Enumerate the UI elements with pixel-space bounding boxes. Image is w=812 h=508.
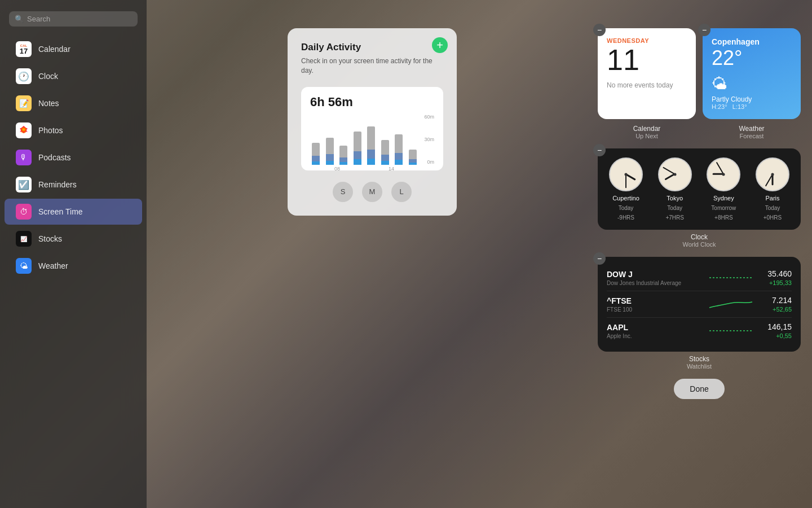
screentime-app-icon: ⏱ (16, 204, 32, 220)
photos-app-icon (16, 122, 32, 138)
remove-stocks-button[interactable]: − (593, 252, 606, 265)
sidebar-item-calendar[interactable]: Cal 17 Calendar (5, 36, 142, 62)
stocks-widget-sub: Watchlist (598, 363, 801, 370)
stock-name: Dow Jones Industrial Average (607, 280, 708, 286)
city-name: Tokyo (667, 195, 683, 202)
sidebar: 🔍 Cal 17 Calendar 🕐 Clock 📝 Notes (0, 0, 147, 508)
stock-change: +195,33 (758, 279, 792, 286)
chart-bar (338, 120, 350, 165)
clock-city: CupertinoToday-9HRS (609, 157, 643, 221)
screentime-widget: 6h 56m 60m 30m 0m 08 14 (301, 87, 443, 170)
clock-city: ParisToday+0HRS (756, 157, 789, 221)
done-button-area: Done (598, 379, 801, 399)
chart-bar (352, 120, 364, 165)
city-offset: +0HRS (764, 214, 782, 221)
city-day: Tomorrow (711, 205, 736, 211)
stock-change: +52,65 (758, 306, 792, 313)
sidebar-item-label: Clock (38, 72, 58, 81)
clock-label-area: Clock World Clock (598, 233, 801, 248)
sidebar-item-podcasts[interactable]: 🎙 Podcasts (5, 144, 142, 170)
size-large-button[interactable]: L (391, 182, 412, 202)
city-offset: -9HRS (617, 214, 634, 221)
stock-price: 146,15 (758, 322, 792, 331)
sidebar-item-reminders[interactable]: ☑️ Reminders (5, 172, 142, 198)
sidebar-item-photos[interactable]: Photos (5, 117, 142, 143)
search-icon: 🔍 (15, 15, 24, 23)
weather-temp: 22° (712, 46, 792, 70)
sidebar-item-label: Photos (38, 126, 63, 135)
calendar-app-icon: Cal 17 (16, 41, 32, 57)
sidebar-item-label: Stocks (38, 234, 62, 243)
clock-city: TokyoToday+7HRS (658, 157, 692, 221)
y-label-60: 60m (424, 114, 434, 120)
city-name: Paris (765, 195, 779, 202)
calendar-weather-row: − WEDNESDAY 11 No more events today Cale… (598, 28, 801, 139)
stock-ticker: DOW J (607, 270, 708, 279)
sidebar-item-label: Podcasts (38, 153, 71, 162)
clock-widget-name: Clock (598, 233, 801, 241)
analog-clock-face (707, 157, 740, 191)
stock-name: Apple Inc. (607, 333, 708, 339)
city-day: Today (667, 205, 682, 211)
x-label-08: 08 (334, 166, 340, 172)
weather-city: Copenhagen (712, 37, 792, 46)
stock-chart (708, 324, 753, 338)
stocks-widget: DOW JDow Jones Industrial Average35.460+… (598, 257, 801, 352)
main-area: Daily Activity Check in on your screen t… (158, 0, 586, 508)
calendar-no-events: No more events today (607, 81, 687, 89)
chart-x-labels: 08 14 (310, 166, 434, 172)
calendar-widget: WEDNESDAY 11 No more events today (598, 28, 696, 119)
card-title: Daily Activity (301, 42, 443, 53)
add-widget-button[interactable]: + (432, 37, 448, 53)
sidebar-item-notes[interactable]: 📝 Notes (5, 90, 142, 116)
size-medium-button[interactable]: M (362, 182, 382, 202)
stock-change: +0,55 (758, 332, 792, 339)
remove-calendar-button[interactable]: − (593, 24, 606, 36)
chart-bar (365, 120, 377, 165)
stock-price: 7.214 (758, 296, 792, 305)
city-name: Cupertino (612, 195, 639, 202)
search-box[interactable]: 🔍 (9, 11, 138, 27)
sidebar-item-weather[interactable]: 🌤 Weather (5, 253, 142, 279)
sidebar-item-label: Screen Time (38, 207, 83, 216)
stock-price: 35.460 (758, 269, 792, 278)
clock-widget: CupertinoToday-9HRSTokyoToday+7HRSSydney… (598, 148, 801, 230)
right-panel: − WEDNESDAY 11 No more events today Cale… (598, 28, 801, 399)
chart-bar (324, 120, 336, 165)
size-small-button[interactable]: S (333, 182, 353, 202)
reminders-app-icon: ☑️ (16, 177, 32, 192)
sidebar-item-screentime[interactable]: ⏱ Screen Time (5, 199, 142, 225)
stocks-app-icon: 📈 (16, 231, 32, 247)
sidebar-item-label: Calendar (38, 45, 70, 54)
city-offset: +8HRS (714, 214, 733, 221)
notes-app-icon: 📝 (16, 95, 32, 111)
remove-weather-button[interactable]: − (698, 24, 710, 36)
city-offset: +7HRS (665, 214, 684, 221)
analog-clock-face (609, 157, 643, 191)
stock-ticker: ^FTSE (607, 296, 708, 305)
clock-cities: CupertinoToday-9HRSTokyoToday+7HRSSydney… (609, 157, 789, 221)
calendar-widget-sub: Up Next (598, 133, 696, 139)
search-input[interactable] (27, 15, 132, 23)
chart-bar (379, 120, 391, 165)
y-label-30: 30m (424, 137, 434, 142)
stock-price-area: 35.460+195,33 (758, 269, 792, 286)
stocks-widget-name: Stocks (598, 355, 801, 363)
stock-ticker: AAPL (607, 323, 708, 332)
done-button[interactable]: Done (674, 379, 724, 399)
analog-clock-face (756, 157, 789, 191)
stock-row: ^FTSEFTSE 1007.214+52,65 (607, 291, 792, 318)
clock-widget-container: − CupertinoToday-9HRSTokyoToday+7HRSSydn… (598, 148, 801, 248)
sidebar-item-clock[interactable]: 🕐 Clock (5, 63, 142, 89)
y-label-0: 0m (424, 159, 434, 165)
stock-price-area: 7.214+52,65 (758, 296, 792, 313)
daily-activity-card: Daily Activity Check in on your screen t… (288, 28, 457, 216)
stock-chart (708, 271, 753, 284)
calendar-widget-name: Calendar (598, 125, 696, 133)
calendar-date: 11 (607, 45, 687, 75)
x-label-14: 14 (389, 166, 394, 172)
weather-widget: Copenhagen 22° 🌤 Partly Cloudy H:23° L:1… (703, 28, 801, 119)
sidebar-item-label: Notes (38, 99, 59, 108)
remove-clock-button[interactable]: − (593, 144, 606, 156)
sidebar-item-stocks[interactable]: 📈 Stocks (5, 226, 142, 252)
